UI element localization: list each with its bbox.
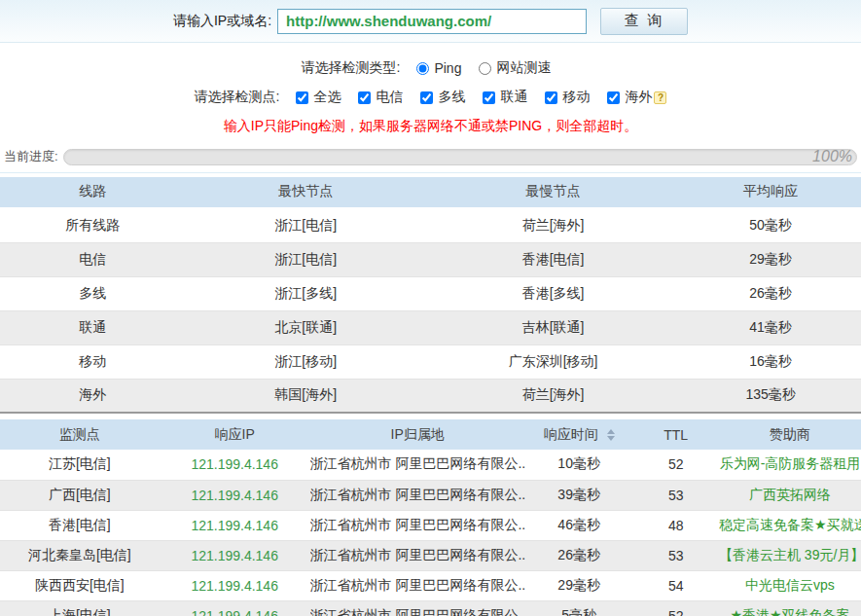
summary-cell: 浙江[电信] <box>185 242 426 276</box>
response-ip-cell: 121.199.4.146 <box>160 540 310 570</box>
detail-header-ttl: TTL <box>632 419 719 450</box>
progress-percent: 100% <box>812 148 852 165</box>
detail-header-time-label: 响应时间 <box>544 426 598 442</box>
summary-cell: 海外 <box>0 379 185 413</box>
response-time-cell: 10毫秒 <box>525 450 633 480</box>
checkbox-telecom[interactable] <box>358 91 371 104</box>
summary-row: 联通北京[联通]吉林[联通]41毫秒 <box>0 310 861 344</box>
monitor-node-cell: 陕西西安[电信] <box>0 570 160 600</box>
ttl-cell: 53 <box>632 540 719 570</box>
progress-label: 当前进度: <box>4 148 58 165</box>
checkbox-telecom-option[interactable]: 电信 <box>358 89 403 106</box>
checkbox-unicom-option[interactable]: 联通 <box>483 89 527 106</box>
detail-row: 河北秦皇岛[电信]121.199.4.146浙江省杭州市 阿里巴巴网络有限公..… <box>0 540 861 570</box>
sponsor-link[interactable]: 中光电信云vps <box>719 570 861 600</box>
checkbox-mobile-option[interactable]: 移动 <box>545 89 590 106</box>
detail-row: 广西[电信]121.199.4.146浙江省杭州市 阿里巴巴网络有限公...39… <box>0 480 861 510</box>
monitor-node-cell: 香港[电信] <box>0 510 160 540</box>
summary-cell: 浙江[电信] <box>185 208 426 242</box>
sponsor-link[interactable]: ★香港★双线免备案 <box>719 600 861 616</box>
response-ip-cell: 121.199.4.146 <box>160 570 310 600</box>
detect-type-label: 请选择检测类型: <box>302 59 401 77</box>
sponsor-link[interactable]: 广西英拓网络 <box>719 480 861 510</box>
query-button[interactable]: 查 询 <box>600 8 688 35</box>
sort-up-arrow-icon <box>607 429 615 434</box>
detail-table: 监测点 响应IP IP归属地 响应时间 TTL 赞助商 江苏[电信]121.19… <box>0 419 861 616</box>
monitor-node-cell: 上海[电信] <box>0 600 160 616</box>
checkbox-select-all[interactable] <box>296 91 308 104</box>
summary-header-row: 线路 最快节点 最慢节点 平均响应 <box>0 177 861 208</box>
summary-cell: 广东深圳[移动] <box>426 344 680 379</box>
detail-header-node: 监测点 <box>0 419 160 450</box>
checkbox-multiline[interactable] <box>420 91 433 104</box>
response-ip-cell: 121.199.4.146 <box>160 510 310 540</box>
detect-node-row: 请选择检测点: 全选 电信 多线 联通 移动 海外 ? <box>0 86 861 109</box>
query-label: 请输入IP或域名: <box>173 13 271 30</box>
checkbox-select-all-option[interactable]: 全选 <box>296 89 341 106</box>
summary-cell: 吉林[联通] <box>426 310 680 344</box>
checkbox-multiline-option[interactable]: 多线 <box>420 89 465 106</box>
response-time-cell: 39毫秒 <box>525 480 633 510</box>
url-input[interactable] <box>277 9 587 34</box>
detail-header-row: 监测点 响应IP IP归属地 响应时间 TTL 赞助商 <box>0 419 861 450</box>
checkbox-overseas[interactable] <box>607 91 620 104</box>
detail-header-ip: 响应IP <box>160 419 310 450</box>
checkbox-unicom-label: 联通 <box>500 89 527 106</box>
summary-cell: 29毫秒 <box>680 242 861 276</box>
radio-speedtest[interactable] <box>479 62 491 75</box>
summary-cell: 浙江[多线] <box>185 276 426 310</box>
checkbox-mobile[interactable] <box>545 91 557 104</box>
summary-cell: 135毫秒 <box>680 379 861 413</box>
checkbox-overseas-label: 海外 <box>625 89 652 106</box>
ip-location-cell: 浙江省杭州市 阿里巴巴网络有限公... <box>310 480 525 510</box>
progress-row: 当前进度: 100% <box>0 145 861 173</box>
sponsor-link[interactable]: 乐为网-高防服务器租用 <box>719 450 861 480</box>
summary-cell: 所有线路 <box>0 208 185 242</box>
detail-header-location: IP归属地 <box>310 419 525 450</box>
summary-header-line: 线路 <box>0 177 185 208</box>
sort-icon <box>607 429 615 441</box>
summary-cell: 移动 <box>0 344 185 379</box>
summary-header-fastest: 最快节点 <box>185 177 426 208</box>
detail-header-time-sort[interactable]: 响应时间 <box>525 419 633 450</box>
ttl-cell: 52 <box>632 450 719 480</box>
checkbox-telecom-label: 电信 <box>376 89 403 106</box>
detail-row: 江苏[电信]121.199.4.146浙江省杭州市 阿里巴巴网络有限公...10… <box>0 450 861 480</box>
checkbox-select-all-label: 全选 <box>313 89 341 106</box>
response-time-cell: 5毫秒 <box>525 600 633 616</box>
summary-cell: 香港[多线] <box>426 276 680 310</box>
detail-row: 陕西西安[电信]121.199.4.146浙江省杭州市 阿里巴巴网络有限公...… <box>0 570 861 600</box>
sort-down-arrow-icon <box>607 436 615 441</box>
ttl-cell: 48 <box>632 510 719 540</box>
sponsor-link[interactable]: 稳定高速免备案★买就送 <box>719 510 861 540</box>
summary-row: 移动浙江[移动]广东深圳[移动]16毫秒 <box>0 344 861 379</box>
summary-row: 海外韩国[海外]荷兰[海外]135毫秒 <box>0 379 861 413</box>
monitor-node-cell: 广西[电信] <box>0 480 160 510</box>
ip-location-cell: 浙江省杭州市 阿里巴巴网络有限公... <box>310 450 525 480</box>
checkbox-unicom[interactable] <box>483 91 495 104</box>
response-time-cell: 29毫秒 <box>525 570 633 600</box>
summary-cell: 26毫秒 <box>680 276 861 310</box>
radio-ping[interactable] <box>416 62 429 75</box>
ip-location-cell: 浙江省杭州市 阿里巴巴网络有限公... <box>310 540 525 570</box>
summary-row: 电信浙江[电信]香港[电信]29毫秒 <box>0 242 861 276</box>
summary-cell: 荷兰[海外] <box>426 208 680 242</box>
radio-ping-label: Ping <box>434 60 461 76</box>
radio-ping-option[interactable]: Ping <box>416 60 461 76</box>
detail-row: 香港[电信]121.199.4.146浙江省杭州市 阿里巴巴网络有限公...46… <box>0 510 861 540</box>
summary-cell: 北京[联通] <box>185 310 426 344</box>
radio-speedtest-label: 网站测速 <box>496 59 551 77</box>
checkbox-overseas-option[interactable]: 海外 <box>607 89 652 106</box>
summary-cell: 电信 <box>0 242 185 276</box>
detect-node-label: 请选择检测点: <box>195 89 280 106</box>
checkbox-mobile-label: 移动 <box>562 89 590 106</box>
summary-cell: 多线 <box>0 276 185 310</box>
ip-location-cell: 浙江省杭州市 阿里巴巴网络有限公... <box>310 600 525 616</box>
summary-cell: 韩国[海外] <box>185 379 426 413</box>
radio-speedtest-option[interactable]: 网站测速 <box>479 59 551 77</box>
detail-row: 上海[电信]121.199.4.146浙江省杭州市 阿里巴巴网络有限公...5毫… <box>0 600 861 616</box>
ping-notice: 输入IP只能Ping检测，如果服务器网络不通或禁PING，则全部超时。 <box>0 118 861 139</box>
help-icon[interactable]: ? <box>654 91 666 104</box>
summary-cell: 荷兰[海外] <box>426 379 680 413</box>
sponsor-link[interactable]: 【香港云主机 39元/月】 <box>719 540 861 570</box>
